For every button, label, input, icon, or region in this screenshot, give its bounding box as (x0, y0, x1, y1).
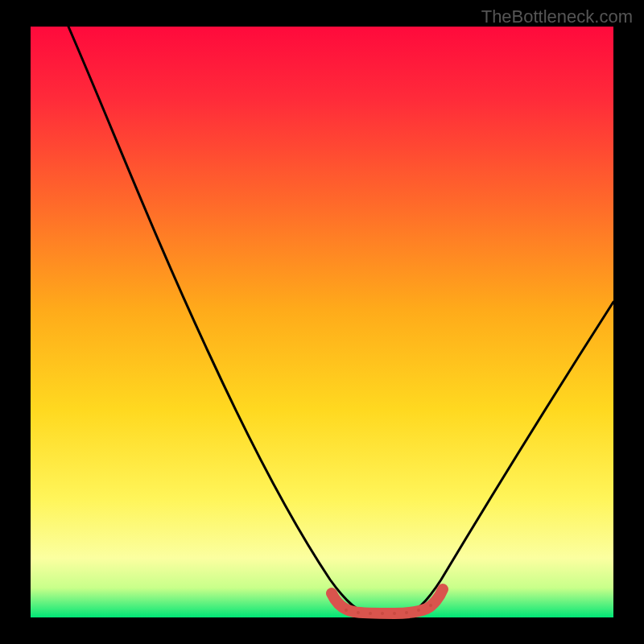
svg-point-5 (405, 611, 408, 614)
bottleneck-chart: TheBottleneck.com (0, 0, 644, 644)
chart-background-gradient (31, 27, 613, 617)
svg-point-4 (393, 612, 396, 615)
svg-point-7 (429, 604, 432, 607)
svg-point-0 (345, 609, 348, 612)
chart-svg (0, 0, 644, 644)
svg-point-6 (417, 609, 420, 612)
svg-point-2 (369, 612, 372, 615)
svg-point-1 (357, 611, 360, 614)
svg-point-3 (381, 612, 384, 615)
